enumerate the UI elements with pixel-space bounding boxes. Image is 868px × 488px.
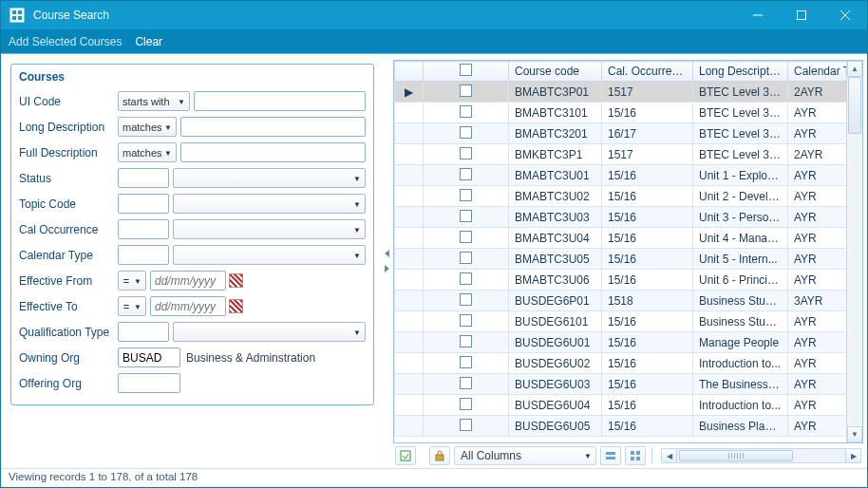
header-checkbox[interactable]	[424, 62, 509, 82]
row-checkbox[interactable]	[424, 353, 509, 374]
menu-add-selected[interactable]: Add Selected Courses	[9, 35, 122, 48]
table-row[interactable]: BUSDEG610115/16Business Studi...AYR	[395, 311, 847, 332]
row-checkbox[interactable]	[424, 103, 509, 123]
table-row[interactable]: BMABTC320116/17BTEC Level 3 D...AYR	[395, 123, 847, 144]
input-effective-to[interactable]	[150, 296, 226, 316]
table-row[interactable]: BMABTC3U0115/16Unit 1 - Explori...AYR	[395, 165, 847, 186]
scroll-thumb[interactable]	[848, 77, 861, 134]
row-checkbox[interactable]	[424, 228, 509, 249]
combo-calendar-type[interactable]: ▼	[173, 245, 366, 265]
vertical-scrollbar[interactable]: ▲ ▼	[846, 61, 862, 442]
row-selector[interactable]	[395, 249, 424, 270]
row-checkbox[interactable]	[424, 416, 509, 437]
op-ui-code[interactable]: starts with▼	[118, 91, 190, 111]
row-checkbox[interactable]	[424, 207, 509, 228]
maximize-button[interactable]	[780, 1, 823, 29]
row-checkbox[interactable]	[424, 374, 509, 395]
results-grid[interactable]: Course code Cal. Occurrence... Long Desc…	[394, 61, 846, 442]
row-checkbox[interactable]	[424, 311, 509, 332]
view-button-2[interactable]	[625, 446, 646, 465]
row-checkbox[interactable]	[424, 291, 509, 311]
input-full-desc[interactable]	[180, 142, 366, 162]
table-row[interactable]: BUSDEG6U0215/16Introduction to...AYR	[395, 353, 847, 374]
row-selector[interactable]	[395, 374, 424, 395]
op-long-desc[interactable]: matches▼	[118, 117, 177, 137]
header-calendar-type[interactable]: Calendar Type	[788, 62, 847, 82]
input-cal-occurrence[interactable]	[118, 219, 169, 239]
row-selector[interactable]	[395, 353, 424, 374]
row-checkbox[interactable]	[424, 82, 509, 103]
row-selector[interactable]	[395, 291, 424, 311]
row-selector[interactable]	[395, 165, 424, 186]
input-long-desc[interactable]	[180, 117, 366, 137]
row-selector[interactable]	[395, 228, 424, 249]
table-row[interactable]: BMABTC3U0515/16Unit 5 - Intern...AYR	[395, 249, 847, 270]
op-effective-to[interactable]: =▼	[118, 296, 146, 316]
row-selector[interactable]	[395, 207, 424, 228]
row-checkbox[interactable]	[424, 332, 509, 353]
calendar-icon[interactable]	[229, 299, 243, 313]
input-calendar-type[interactable]	[118, 245, 169, 265]
table-row[interactable]: BUSDEG6U0315/16The Business E...AYR	[395, 374, 847, 395]
row-selector[interactable]	[395, 144, 424, 165]
scroll-up-button[interactable]: ▲	[847, 61, 862, 77]
lock-button[interactable]	[429, 446, 450, 465]
input-status[interactable]	[118, 168, 169, 188]
input-ui-code[interactable]	[194, 91, 366, 111]
table-row[interactable]: BUSDEG6U0515/16Business Plann...AYR	[395, 416, 847, 437]
table-row[interactable]: BUSDEG6U0115/16Manage PeopleAYR	[395, 332, 847, 353]
row-checkbox[interactable]	[424, 186, 509, 207]
combo-qualification-type[interactable]: ▼	[173, 322, 366, 342]
export-button[interactable]	[395, 446, 416, 465]
table-row[interactable]: BUSDEG6P011518Business Studi...3AYR	[395, 291, 847, 311]
row-checkbox[interactable]	[424, 395, 509, 416]
minimize-button[interactable]	[736, 1, 780, 29]
row-selector[interactable]	[395, 311, 424, 332]
menu-clear[interactable]: Clear	[135, 35, 162, 48]
calendar-icon[interactable]	[229, 273, 243, 288]
row-selector[interactable]	[395, 103, 424, 123]
combo-topic-code[interactable]: ▼	[173, 194, 366, 214]
table-row[interactable]: BMABTC3U0615/16Unit 6 - Princip...AYR	[395, 270, 847, 291]
input-offering-org[interactable]	[118, 373, 180, 393]
row-checkbox[interactable]	[424, 165, 509, 186]
header-course-code[interactable]: Course code	[509, 62, 602, 82]
table-row[interactable]: BMABTC3U0215/16Unit 2 - Develo...AYR	[395, 186, 847, 207]
table-row[interactable]: ▶BMABTC3P011517BTEC Level 3 D...2AYR	[395, 82, 847, 103]
combo-cal-occurrence[interactable]: ▼	[173, 219, 366, 239]
row-selector[interactable]	[395, 270, 424, 291]
scroll-right-button[interactable]: ▶	[845, 449, 860, 462]
row-selector[interactable]	[395, 395, 424, 416]
op-full-desc[interactable]: matches▼	[118, 142, 177, 162]
row-checkbox[interactable]	[424, 270, 509, 291]
splitter[interactable]	[380, 54, 393, 468]
op-effective-from[interactable]: =▼	[118, 271, 146, 291]
table-row[interactable]: BMABTC3U0315/16Unit 3 - Person...AYR	[395, 207, 847, 228]
row-selector[interactable]	[395, 123, 424, 144]
row-selector[interactable]: ▶	[395, 82, 424, 103]
horizontal-scrollbar[interactable]: ◀ ▶	[661, 448, 861, 463]
view-button-1[interactable]	[600, 446, 621, 465]
table-row[interactable]: BUSDEG6U0415/16Introduction to...AYR	[395, 395, 847, 416]
input-owning-org[interactable]	[118, 347, 180, 367]
input-qualification-type[interactable]	[118, 322, 169, 342]
hscroll-thumb[interactable]	[679, 450, 793, 461]
table-row[interactable]: BMABTC310115/16BTEC Level 3 D...AYR	[395, 103, 847, 123]
close-button[interactable]	[823, 1, 867, 29]
table-row[interactable]: BMABTC3U0415/16Unit 4 - Manag...AYR	[395, 228, 847, 249]
scroll-down-button[interactable]: ▼	[847, 426, 862, 442]
header-cal-occurrence[interactable]: Cal. Occurrence...	[602, 62, 693, 82]
header-rowselector[interactable]	[395, 62, 424, 82]
input-effective-from[interactable]	[150, 271, 226, 291]
row-selector[interactable]	[395, 332, 424, 353]
input-topic-code[interactable]	[118, 194, 169, 214]
header-long-description[interactable]: Long Description	[693, 62, 788, 82]
scroll-left-button[interactable]: ◀	[662, 449, 677, 462]
row-checkbox[interactable]	[424, 123, 509, 144]
row-selector[interactable]	[395, 186, 424, 207]
row-selector[interactable]	[395, 416, 424, 437]
table-row[interactable]: BMKBTC3P11517BTEC Level 3 D...2AYR	[395, 144, 847, 165]
row-checkbox[interactable]	[424, 144, 509, 165]
columns-selector[interactable]: All Columns▼	[454, 446, 596, 465]
combo-status[interactable]: ▼	[173, 168, 366, 188]
